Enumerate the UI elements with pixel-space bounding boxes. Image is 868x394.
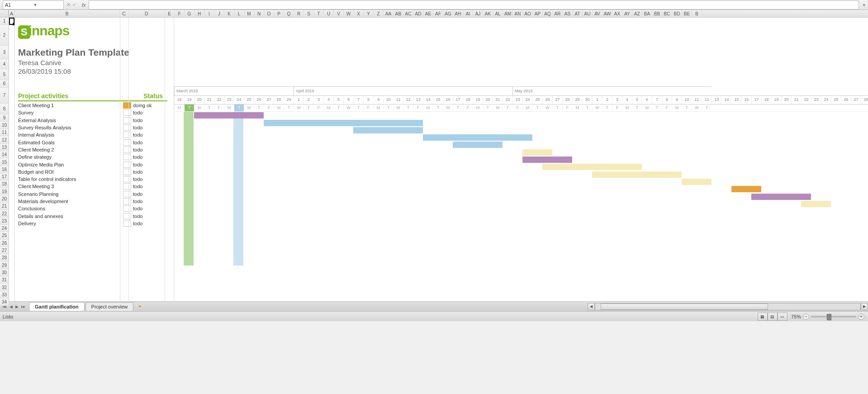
formula-bar-expand-icon[interactable]: ▾ <box>860 3 868 7</box>
column-header[interactable]: U <box>324 10 334 17</box>
row-header[interactable]: 5 <box>0 69 9 80</box>
gantt-bar[interactable] <box>751 194 811 200</box>
row-header[interactable]: 11 <box>0 129 9 136</box>
name-box[interactable]: A1 ▼ <box>3 0 64 9</box>
activity-row[interactable]: Client Meeting 3 todo <box>18 183 167 190</box>
column-header[interactable]: AF <box>433 10 443 17</box>
column-header[interactable]: K <box>224 10 234 17</box>
row-header[interactable]: 1 <box>0 18 9 25</box>
scroll-left-icon[interactable]: ◀ <box>588 303 595 310</box>
column-header[interactable]: AK <box>483 10 493 17</box>
row-header[interactable]: 18 <box>0 180 9 188</box>
activity-row[interactable]: Scenario Planning todo <box>18 190 167 198</box>
column-header[interactable]: A <box>9 10 14 17</box>
column-header[interactable]: B <box>692 10 702 17</box>
column-header[interactable]: AE <box>423 10 433 17</box>
column-header[interactable]: O <box>264 10 274 17</box>
activity-row[interactable]: External Analysis todo <box>18 117 167 124</box>
scroll-track[interactable] <box>595 303 861 310</box>
activity-row[interactable]: Delivery todo <box>18 220 167 227</box>
gantt-bar[interactable] <box>353 127 423 133</box>
column-header[interactable]: BA <box>642 10 652 17</box>
column-header[interactable]: AH <box>453 10 463 17</box>
column-header[interactable]: Q <box>284 10 294 17</box>
activity-row[interactable]: Estimated Goals todo <box>18 138 167 146</box>
view-normal-icon[interactable]: ▦ <box>758 313 768 321</box>
row-header[interactable]: 25 <box>0 232 9 239</box>
tab-last-icon[interactable]: ⏭ <box>20 304 26 309</box>
scroll-thumb[interactable] <box>601 304 768 310</box>
activity-row[interactable]: Define strategy todo <box>18 153 167 161</box>
column-header[interactable]: C <box>120 10 128 17</box>
column-header[interactable]: AL <box>493 10 503 17</box>
column-header[interactable]: M <box>244 10 254 17</box>
activity-row[interactable]: Survey Results Analysis todo <box>18 124 167 131</box>
cells-area[interactable]: Sinnaps Marketing Plan Template Teresa C… <box>9 18 868 301</box>
column-header[interactable]: AY <box>622 10 632 17</box>
gantt-bar[interactable] <box>801 201 831 207</box>
column-header[interactable]: AC <box>403 10 413 17</box>
row-header[interactable]: 14 <box>0 151 9 158</box>
column-header[interactable]: BC <box>662 10 672 17</box>
column-header[interactable]: AI <box>463 10 473 17</box>
column-header[interactable]: AN <box>513 10 523 17</box>
gantt-bar[interactable] <box>731 186 761 192</box>
row-header[interactable]: 8 <box>0 104 9 114</box>
column-header[interactable]: B <box>14 10 120 17</box>
gantt-bar[interactable] <box>592 171 682 178</box>
row-header[interactable]: 23 <box>0 218 9 225</box>
column-header[interactable]: AO <box>523 10 533 17</box>
column-header[interactable]: AD <box>413 10 423 17</box>
zoom-level[interactable]: 75% <box>791 314 801 319</box>
gantt-bar[interactable] <box>522 149 552 156</box>
gantt-bar[interactable] <box>264 120 423 126</box>
column-header[interactable]: BD <box>672 10 682 17</box>
column-header[interactable]: AW <box>602 10 612 17</box>
column-header[interactable]: AP <box>533 10 543 17</box>
row-header[interactable]: 26 <box>0 240 9 247</box>
gantt-bar[interactable] <box>522 157 572 163</box>
zoom-out-icon[interactable]: − <box>803 313 809 320</box>
column-header[interactable]: AS <box>563 10 573 17</box>
column-header[interactable]: AJ <box>473 10 483 17</box>
tab-first-icon[interactable]: ⏮ <box>2 304 8 309</box>
row-header[interactable]: 16 <box>0 166 9 173</box>
column-header[interactable]: R <box>294 10 304 17</box>
column-header[interactable]: L <box>234 10 244 17</box>
row-header[interactable]: 32 <box>0 284 9 291</box>
row-header[interactable]: 33 <box>0 291 9 299</box>
activity-row[interactable]: Table for control indicators todo <box>18 176 167 183</box>
row-header[interactable]: 24 <box>0 225 9 232</box>
column-header[interactable]: AQ <box>543 10 553 17</box>
row-header[interactable]: 12 <box>0 136 9 143</box>
zoom-slider[interactable] <box>811 316 856 318</box>
row-header[interactable]: 6 <box>0 80 9 87</box>
column-header[interactable]: S <box>304 10 314 17</box>
column-header[interactable]: AZ <box>632 10 642 17</box>
column-header[interactable]: F <box>175 10 185 17</box>
activity-row[interactable]: Client Meeting 1 doing ok <box>18 102 167 109</box>
column-header[interactable]: AT <box>573 10 583 17</box>
gantt-bar[interactable] <box>682 179 711 185</box>
sheet-area[interactable]: ABCDEFGHIJKLMNOPQRSTUVWXYZAAABACADAEAFAG… <box>9 10 868 301</box>
formula-input[interactable] <box>89 0 859 9</box>
activity-row[interactable]: Internal Analysis todo <box>18 131 167 138</box>
column-header[interactable]: X <box>354 10 364 17</box>
column-header[interactable]: BE <box>682 10 692 17</box>
column-header[interactable]: W <box>344 10 354 17</box>
sheet-tab[interactable]: Project overview <box>85 302 134 311</box>
horizontal-scrollbar[interactable]: ◀ ▶ <box>588 303 868 310</box>
gantt-bar[interactable] <box>453 142 503 148</box>
column-header[interactable]: I <box>204 10 214 17</box>
column-header[interactable]: AB <box>394 10 403 17</box>
view-page-break-icon[interactable]: ▭ <box>778 313 787 321</box>
column-header[interactable]: AA <box>384 10 394 17</box>
row-header[interactable]: 27 <box>0 247 9 254</box>
row-header[interactable]: 2 <box>0 25 9 46</box>
zoom-in-icon[interactable]: + <box>858 313 864 320</box>
column-header[interactable]: AM <box>503 10 513 17</box>
new-sheet-icon[interactable]: ✦ <box>135 303 144 310</box>
column-header[interactable]: E <box>165 10 175 17</box>
row-header[interactable]: 28 <box>0 254 9 261</box>
row-header[interactable]: 17 <box>0 173 9 180</box>
